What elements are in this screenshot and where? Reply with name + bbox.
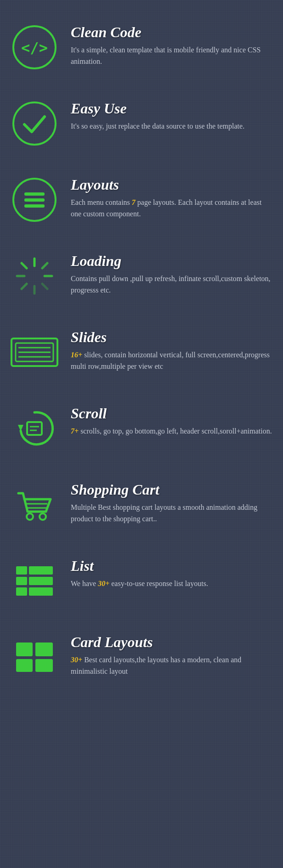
loading-text: Loading Contains pull down ,pull up refr… (71, 251, 274, 296)
clean-code-text: Clean Code It's a simple, clean template… (71, 22, 274, 68)
clean-code-title: Clean Code (71, 24, 274, 41)
layouts-desc: Each menu contains 7 page layouts. Each … (71, 197, 274, 220)
loading-icon (9, 251, 60, 301)
layouts-highlight: 7 (132, 198, 136, 206)
list-icon (9, 556, 60, 606)
list-desc: We have 30+ easy-to-use response list la… (71, 578, 274, 590)
scroll-title: Scroll (71, 405, 274, 422)
scroll-text: Scroll 7+ scrolls, go top, go bottom,go … (71, 403, 274, 437)
layouts-title: Layouts (71, 176, 274, 193)
feature-slides: Slides 16+ slides, contain horizontal ve… (0, 314, 283, 390)
card-layouts-text: Card Layouts 30+ Best card layouts,the l… (71, 632, 274, 677)
svg-line-13 (42, 263, 47, 268)
svg-point-26 (27, 513, 33, 520)
slides-icon (9, 327, 60, 378)
svg-rect-4 (24, 192, 45, 196)
svg-rect-30 (16, 577, 27, 585)
svg-rect-21 (27, 422, 42, 435)
card-layouts-desc: 30+ Best card layouts,the layouts has a … (71, 654, 274, 677)
list-highlight: 30+ (98, 580, 109, 587)
loading-desc: Contains pull down ,pull up refresh, inf… (71, 273, 274, 296)
clean-code-desc: It's a simple, clean template that is mo… (71, 45, 274, 68)
svg-rect-37 (35, 659, 53, 672)
easy-use-icon (9, 98, 60, 149)
svg-text:</>: </> (21, 39, 48, 56)
feature-easy-use: Easy Use It's so easy, just replace the … (0, 85, 283, 162)
layouts-icon (9, 175, 60, 225)
clean-code-icon: </> (9, 22, 60, 73)
svg-rect-34 (16, 643, 33, 656)
shopping-cart-desc: Multiple Best shopping cart layouts a sm… (71, 502, 274, 525)
scroll-highlight: 7+ (71, 427, 79, 435)
card-layouts-highlight: 30+ (71, 656, 82, 664)
svg-rect-32 (16, 587, 27, 596)
svg-line-14 (22, 284, 27, 289)
feature-scroll: Scroll 7+ scrolls, go top, go bottom,go … (0, 390, 283, 467)
layouts-text: Layouts Each menu contains 7 page layout… (71, 175, 274, 220)
slides-highlight: 16+ (71, 351, 82, 359)
shopping-cart-text: Shopping Cart Multiple Best shopping car… (71, 479, 274, 525)
easy-use-text: Easy Use It's so easy, just replace the … (71, 98, 274, 132)
feature-shopping-cart: Shopping Cart Multiple Best shopping car… (0, 467, 283, 543)
svg-rect-31 (29, 577, 53, 585)
svg-line-11 (22, 263, 27, 268)
svg-rect-35 (35, 643, 53, 656)
svg-rect-36 (16, 659, 33, 672)
feature-list: List We have 30+ easy-to-use response li… (0, 543, 283, 619)
svg-point-2 (13, 102, 56, 145)
svg-rect-28 (16, 566, 27, 575)
scroll-desc: 7+ scrolls, go top, go bottom,go left, h… (71, 426, 274, 437)
feature-layouts: Layouts Each menu contains 7 page layout… (0, 162, 283, 238)
card-layouts-title: Card Layouts (71, 634, 274, 651)
loading-title: Loading (71, 253, 274, 270)
svg-point-27 (40, 513, 46, 520)
easy-use-desc: It's so easy, just replace the data sour… (71, 121, 274, 132)
svg-line-12 (42, 284, 47, 289)
feature-loading: Loading Contains pull down ,pull up refr… (0, 238, 283, 314)
svg-rect-5 (24, 198, 45, 202)
shopping-cart-title: Shopping Cart (71, 481, 274, 498)
scroll-icon (9, 403, 60, 454)
list-title: List (71, 558, 274, 575)
svg-rect-6 (24, 204, 45, 208)
slides-desc: 16+ slides, contain horizontal vertical,… (71, 349, 274, 372)
svg-marker-20 (18, 425, 23, 431)
list-text: List We have 30+ easy-to-use response li… (71, 556, 274, 590)
easy-use-title: Easy Use (71, 100, 274, 117)
svg-rect-33 (29, 587, 53, 596)
slides-text: Slides 16+ slides, contain horizontal ve… (71, 327, 274, 372)
slides-title: Slides (71, 329, 274, 346)
shopping-cart-icon (9, 479, 60, 530)
svg-rect-29 (29, 566, 53, 575)
card-layouts-icon (9, 632, 60, 682)
feature-clean-code: </> Clean Code It's a simple, clean temp… (0, 9, 283, 85)
feature-card-layouts: Card Layouts 30+ Best card layouts,the l… (0, 619, 283, 695)
